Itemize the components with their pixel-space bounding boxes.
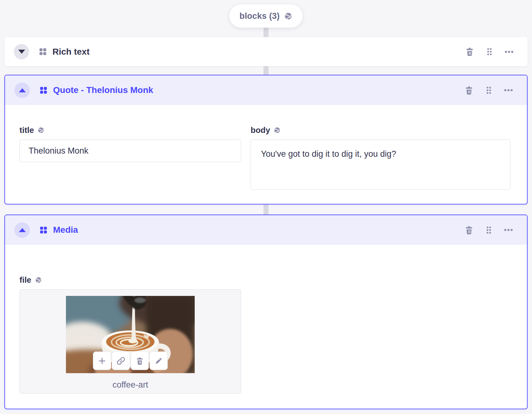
localization-globe-icon <box>35 276 42 284</box>
add-media-button[interactable] <box>93 351 111 370</box>
block-header-quote[interactable]: Quote - Thelonius Monk <box>5 75 527 105</box>
blocks-count-pill: blocks (3) <box>229 4 302 28</box>
delete-media-button[interactable] <box>131 351 149 370</box>
localization-globe-icon <box>37 127 45 134</box>
block-header-media[interactable]: Media <box>5 215 527 245</box>
block-connector-line <box>263 26 269 38</box>
media-filename: coffee-art <box>112 380 148 390</box>
media-action-toolbar <box>93 351 168 370</box>
drag-handle[interactable] <box>485 47 494 56</box>
block-header-rich-text[interactable]: Rich text <box>4 37 528 66</box>
block-rich-text: Rich text <box>4 37 528 66</box>
expand-toggle-button[interactable] <box>14 44 29 59</box>
title-field-group: title <box>19 125 241 190</box>
delete-block-button[interactable] <box>464 225 474 235</box>
more-options-button[interactable] <box>504 47 514 57</box>
caret-down-icon <box>18 50 25 54</box>
blocks-icon <box>39 86 48 95</box>
delete-block-button[interactable] <box>464 85 474 95</box>
block-title: Rich text <box>52 47 90 57</box>
block-quote: Quote - Thelonius Monk title body <box>4 75 528 204</box>
block-connector-line <box>263 65 269 76</box>
block-title: Media <box>53 225 78 235</box>
more-options-button[interactable] <box>504 225 513 235</box>
drag-handle[interactable] <box>484 226 493 235</box>
block-title: Quote - Thelonius Monk <box>53 85 153 95</box>
blocks-icon <box>39 47 47 56</box>
caret-up-icon <box>19 228 26 232</box>
title-input[interactable] <box>19 139 241 162</box>
media-file-card: coffee-art <box>19 289 241 394</box>
media-preview-image <box>66 296 195 373</box>
blocks-count-label: blocks (3) <box>239 11 280 21</box>
body-field-group: body You've got to dig it to dig it, you… <box>251 125 510 190</box>
copy-link-button[interactable] <box>112 351 130 370</box>
body-field-label: body <box>251 125 270 135</box>
block-connector-line <box>263 204 269 216</box>
title-field-label: title <box>19 125 34 135</box>
collapse-toggle-button[interactable] <box>14 222 30 238</box>
caret-up-icon <box>19 88 26 92</box>
file-field-label: file <box>19 275 31 285</box>
localization-globe-icon <box>274 127 281 134</box>
drag-handle[interactable] <box>484 86 493 95</box>
blocks-icon <box>39 226 48 234</box>
more-options-button[interactable] <box>504 85 513 95</box>
globe-icon <box>284 12 293 20</box>
body-textarea[interactable]: You've got to dig it to dig it, you dig? <box>251 139 510 190</box>
dynamic-zone-editor: blocks (3) Rich text Quote - Thelonius M… <box>0 0 532 414</box>
delete-block-button[interactable] <box>465 47 475 57</box>
collapse-toggle-button[interactable] <box>14 83 30 98</box>
edit-media-button[interactable] <box>149 351 168 370</box>
block-media: Media file <box>4 215 528 409</box>
